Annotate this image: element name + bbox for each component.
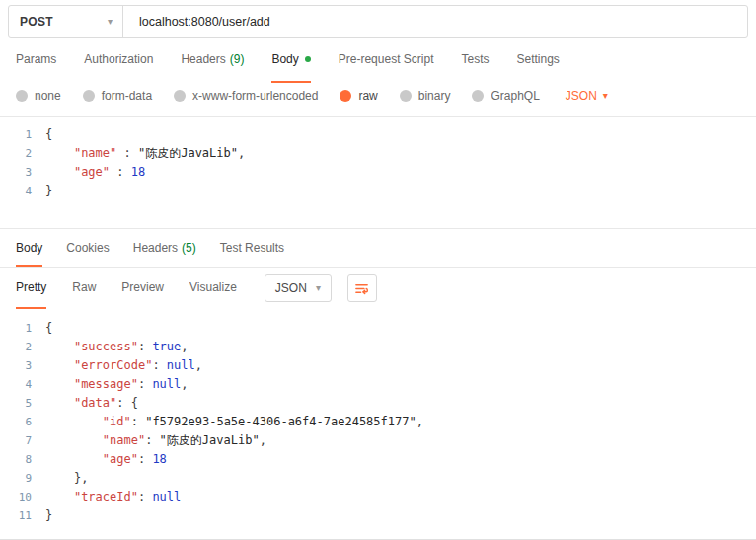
code-line: 3 "errorCode": null,: [0, 356, 756, 375]
tab-label: Settings: [517, 52, 560, 66]
code-line: 1{: [0, 125, 756, 144]
tab-authorization[interactable]: Authorization: [84, 38, 153, 83]
radio-icon: [472, 90, 484, 102]
tab-label: Test Results: [220, 241, 284, 255]
view-tab-pretty[interactable]: Pretty: [16, 268, 46, 309]
line-number: 2: [0, 338, 45, 356]
chevron-down-icon: ▾: [316, 283, 321, 293]
response-toolbar: Pretty Raw Preview Visualize JSON ▾: [0, 268, 756, 309]
response-tab-body[interactable]: Body: [16, 230, 42, 267]
line-number: 7: [0, 431, 45, 450]
view-tab-label: Pretty: [16, 280, 46, 294]
response-language-dropdown[interactable]: JSON ▾: [265, 274, 332, 302]
request-tabs: Params Authorization Headers (9) Body Pr…: [0, 38, 756, 83]
tab-params[interactable]: Params: [16, 38, 56, 83]
tab-label: Body: [16, 241, 42, 255]
line-number: 3: [0, 356, 45, 375]
response-tab-test-results[interactable]: Test Results: [220, 230, 284, 267]
code-line: 8 "age": 18: [0, 450, 756, 469]
mode-label: binary: [418, 89, 451, 103]
code-line-content: "age" : 18: [45, 163, 145, 182]
url-text: localhost:8080/user/add: [139, 15, 270, 29]
response-tab-headers[interactable]: Headers (5): [133, 230, 196, 267]
tab-label: Params: [16, 52, 56, 66]
response-body-viewer[interactable]: 1{2 "success": true,3 "errorCode": null,…: [0, 309, 756, 525]
body-mode-row: none form-data x-www-form-urlencoded raw…: [0, 83, 756, 116]
mode-graphql[interactable]: GraphQL: [472, 89, 539, 103]
code-line: 9 },: [0, 469, 756, 488]
view-tab-label: Preview: [121, 280, 164, 294]
line-number: 11: [0, 506, 45, 525]
raw-language-label: JSON: [566, 89, 597, 103]
view-tab-raw[interactable]: Raw: [72, 268, 96, 309]
code-line-content: "name": "陈皮的JavaLib",: [45, 431, 266, 450]
code-line: 3 "age" : 18: [0, 163, 756, 182]
code-line-content: "message": null,: [45, 375, 189, 394]
mode-x-www-form-urlencoded[interactable]: x-www-form-urlencoded: [174, 89, 318, 103]
code-line-content: {: [45, 125, 52, 144]
tab-settings[interactable]: Settings: [517, 38, 560, 83]
response-headers-count-badge: (5): [182, 241, 196, 255]
body-present-dot-icon: [305, 56, 311, 62]
postman-request-panel: POST ▾ localhost:8080/user/add Params Au…: [0, 5, 756, 229]
code-line: 4}: [0, 182, 756, 200]
line-number: 4: [0, 375, 45, 394]
code-line-content: "errorCode": null,: [45, 356, 202, 375]
code-line: 2 "success": true,: [0, 338, 756, 356]
chevron-down-icon: ▾: [603, 91, 608, 101]
radio-selected-icon: [340, 90, 351, 102]
code-line: 10 "traceId": null: [0, 488, 756, 506]
code-line-content: {: [45, 319, 52, 338]
tab-body[interactable]: Body: [271, 38, 310, 83]
code-line-content: "name" : "陈皮的JavaLib",: [45, 144, 245, 163]
request-url-bar: POST ▾ localhost:8080/user/add: [8, 5, 748, 38]
mode-label: form-data: [102, 89, 152, 103]
line-number: 4: [0, 182, 45, 200]
line-number: 9: [0, 469, 45, 488]
radio-icon: [16, 90, 28, 102]
mode-binary[interactable]: binary: [400, 89, 451, 103]
method-label: POST: [20, 15, 53, 29]
code-line: 7 "name": "陈皮的JavaLib",: [0, 431, 756, 450]
view-tab-visualize[interactable]: Visualize: [189, 268, 237, 309]
method-dropdown[interactable]: POST ▾: [9, 6, 123, 37]
code-line-content: "success": true,: [45, 338, 189, 356]
line-number: 8: [0, 450, 45, 469]
url-input[interactable]: localhost:8080/user/add: [123, 6, 747, 37]
response-tab-cookies[interactable]: Cookies: [66, 230, 109, 267]
tab-tests[interactable]: Tests: [461, 38, 489, 83]
mode-form-data[interactable]: form-data: [83, 89, 152, 103]
tab-headers[interactable]: Headers (9): [181, 38, 244, 83]
radio-icon: [174, 90, 186, 102]
request-body-editor[interactable]: 1{2 "name" : "陈皮的JavaLib",3 "age" : 184}: [0, 117, 756, 228]
chevron-down-icon: ▾: [108, 17, 113, 27]
mode-label: GraphQL: [491, 89, 539, 103]
mode-label: x-www-form-urlencoded: [192, 89, 318, 103]
code-line: 6 "id": "f5792e93-5a5e-4306-a6f4-7ae2458…: [0, 413, 756, 431]
view-tab-preview[interactable]: Preview: [121, 268, 164, 309]
tab-label: Body: [271, 52, 298, 66]
mode-label: none: [35, 89, 61, 103]
code-line-content: "data": {: [45, 394, 138, 413]
raw-language-dropdown[interactable]: JSON ▾: [566, 89, 608, 103]
code-line: 5 "data": {: [0, 394, 756, 413]
line-number: 10: [0, 488, 45, 506]
headers-count-badge: (9): [230, 52, 245, 66]
code-line: 11}: [0, 506, 756, 525]
radio-icon: [83, 90, 95, 102]
code-line-content: "age": 18: [45, 450, 167, 469]
wrap-text-icon: [354, 281, 369, 296]
line-number: 2: [0, 144, 45, 163]
mode-raw[interactable]: raw: [340, 89, 377, 103]
tab-label: Cookies: [66, 241, 109, 255]
mode-none[interactable]: none: [16, 89, 61, 103]
tab-label: Headers: [133, 241, 178, 255]
tab-pre-request-script[interactable]: Pre-request Script: [339, 38, 434, 83]
mode-label: raw: [358, 89, 377, 103]
postman-response-panel: Body Cookies Headers (5) Test Results Pr…: [0, 230, 756, 525]
wrap-text-button[interactable]: [347, 274, 377, 302]
radio-icon: [400, 90, 412, 102]
line-number: 3: [0, 163, 45, 182]
response-tabs: Body Cookies Headers (5) Test Results: [0, 230, 756, 268]
view-tab-label: Visualize: [189, 280, 237, 294]
